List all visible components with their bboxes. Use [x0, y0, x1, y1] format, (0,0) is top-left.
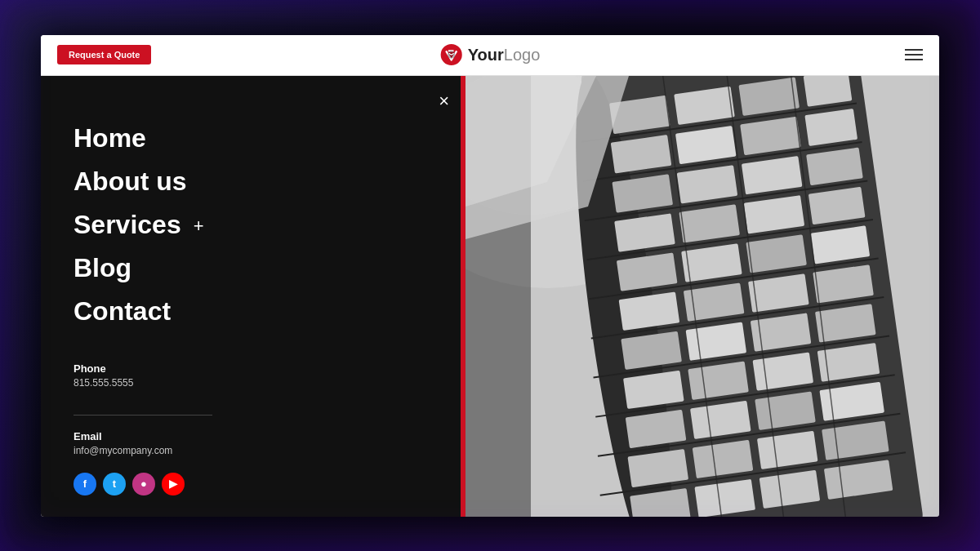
nav-label-contact: Contact — [74, 296, 171, 327]
logo-logo: Logo — [504, 46, 541, 64]
navbar: Request a Quote YourLogo — [41, 35, 939, 76]
nav-label-services: Services — [74, 210, 181, 240]
nav-item-about[interactable]: About us — [74, 160, 441, 203]
nav-item-blog[interactable]: Blog — [74, 247, 441, 290]
nav-label-blog: Blog — [74, 253, 131, 283]
nav-items: Home About us Services + Blog Contact — [74, 117, 441, 333]
phone-label: Phone — [74, 362, 441, 375]
nav-label-home: Home — [74, 123, 146, 153]
email-value: info@mycompany.com — [74, 445, 441, 456]
main-content: × Home About us Services + Blog Contact — [41, 76, 939, 517]
social-facebook-icon[interactable]: f — [74, 473, 96, 495]
menu-divider-2 — [74, 415, 212, 415]
navbar-left: Request a Quote — [57, 45, 151, 64]
hamburger-icon — [905, 49, 923, 60]
building-image — [466, 76, 939, 517]
logo-icon — [440, 43, 463, 66]
email-label: Email — [74, 430, 441, 442]
social-youtube-icon[interactable]: ▶ — [162, 473, 185, 495]
slide-menu: × Home About us Services + Blog Contact — [41, 76, 466, 517]
request-quote-button[interactable]: Request a Quote — [57, 45, 151, 64]
hamburger-menu-button[interactable] — [905, 49, 923, 60]
nav-item-home[interactable]: Home — [74, 117, 441, 160]
social-instagram-icon[interactable]: ● — [132, 473, 155, 495]
social-twitter-icon[interactable]: t — [103, 473, 126, 495]
browser-window: Request a Quote YourLogo — [41, 35, 939, 517]
services-expand-icon: + — [194, 216, 204, 237]
close-menu-button[interactable]: × — [439, 92, 449, 110]
contact-section: Phone 815.555.5555 Email info@mycompany.… — [74, 362, 441, 495]
nav-item-services[interactable]: Services + — [74, 203, 441, 247]
logo-text: YourLogo — [468, 46, 541, 64]
social-icons: f t ● ▶ — [74, 473, 441, 495]
navbar-logo: YourLogo — [440, 43, 541, 66]
building-graphic — [466, 76, 939, 517]
nav-label-about: About us — [74, 167, 187, 197]
phone-value: 815.555.5555 — [74, 377, 441, 389]
nav-item-contact[interactable]: Contact — [74, 290, 441, 333]
logo-your: Your — [468, 46, 504, 64]
